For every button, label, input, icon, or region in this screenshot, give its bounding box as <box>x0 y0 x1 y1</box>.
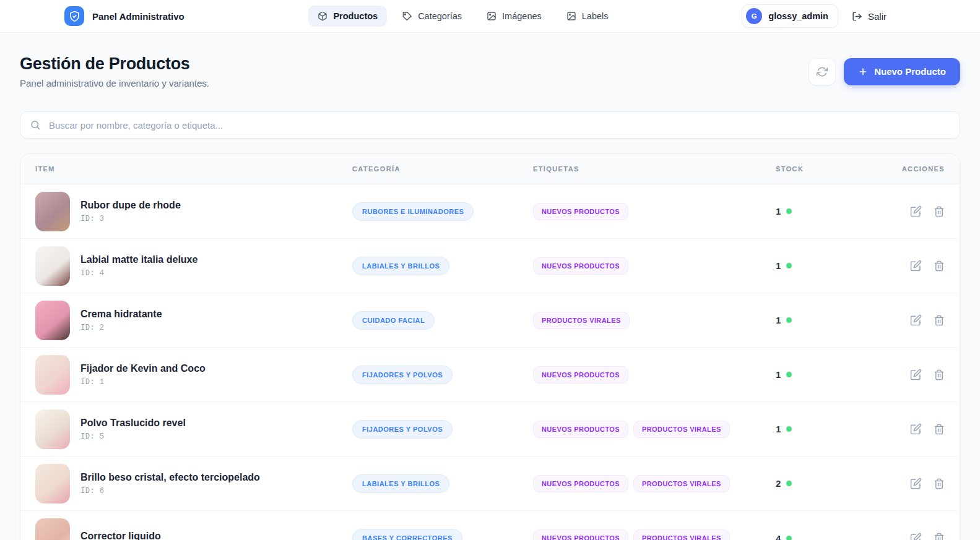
actions-cell <box>878 423 945 435</box>
brand: Panel Administrativo <box>64 6 184 26</box>
user-menu-button[interactable]: G glossy_admin <box>742 4 838 28</box>
stock-cell: 1 <box>776 315 878 325</box>
search-bar <box>20 111 960 139</box>
edit-button[interactable] <box>910 205 922 217</box>
edit-button[interactable] <box>910 314 922 326</box>
stock-value: 1 <box>776 260 781 271</box>
item-cell: Labial matte italia deluxe ID: 4 <box>35 246 352 286</box>
edit-icon <box>910 369 922 380</box>
product-id: ID: 1 <box>80 378 206 387</box>
new-product-button[interactable]: Nuevo Producto <box>844 58 960 85</box>
table-row: Crema hidratante ID: 2 CUIDADO FACIAL PR… <box>20 293 960 348</box>
trash-icon <box>934 533 945 540</box>
delete-button[interactable] <box>934 424 945 435</box>
category-badge: BASES Y CORRECTORES <box>352 529 462 540</box>
stock-value: 1 <box>776 369 781 380</box>
product-name: Corrector liquido <box>80 531 161 540</box>
logout-icon <box>852 11 862 22</box>
trash-icon <box>934 369 945 380</box>
brand-title: Panel Administrativo <box>92 11 184 22</box>
table-row: Fijador de Kevin and Coco ID: 1 FIJADORE… <box>20 348 960 402</box>
actions-cell <box>878 314 945 326</box>
table-row: Rubor dupe de rhode ID: 3 RUBORES E ILUM… <box>20 184 960 239</box>
product-name: Rubor dupe de rhode <box>80 200 181 211</box>
table-row: Corrector liquido BASES Y CORRECTORES NU… <box>20 511 960 540</box>
user-zone: G glossy_admin Salir <box>742 4 887 28</box>
product-info: Labial matte italia deluxe ID: 4 <box>80 254 197 278</box>
nav-item-labels[interactable]: Labels <box>557 6 618 27</box>
delete-button[interactable] <box>934 260 945 272</box>
image-icon <box>566 11 576 21</box>
logout-button[interactable]: Salir <box>852 11 887 22</box>
tags-icon <box>402 11 412 21</box>
category-badge: CUIDADO FACIAL <box>352 311 435 330</box>
refresh-button[interactable] <box>809 58 836 85</box>
stock-status-dot <box>786 426 792 432</box>
tag-badge: NUEVOS PRODUCTOS <box>533 366 628 384</box>
stock-value: 1 <box>776 424 781 434</box>
category-cell: LABIALES Y BRILLOS <box>352 257 533 275</box>
stock-status-dot <box>786 372 792 377</box>
product-info: Corrector liquido <box>80 531 161 540</box>
item-cell: Corrector liquido <box>35 518 352 540</box>
page-title: Gestión de Productos <box>20 54 209 74</box>
product-info: Rubor dupe de rhode ID: 3 <box>80 200 181 223</box>
delete-button[interactable] <box>934 533 945 540</box>
actions-cell <box>878 478 945 489</box>
nav-label: Categorías <box>418 11 462 21</box>
page-subtitle: Panel administrativo de inventario y var… <box>20 78 209 88</box>
delete-button[interactable] <box>934 478 945 489</box>
product-id: ID: 6 <box>80 487 260 495</box>
category-badge: FIJADORES Y POLVOS <box>352 366 453 384</box>
trash-icon <box>934 478 945 489</box>
table-row: Labial matte italia deluxe ID: 4 LABIALE… <box>20 239 960 293</box>
nav-label: Labels <box>582 11 609 21</box>
nav-item-productos[interactable]: Productos <box>308 6 387 27</box>
trash-icon <box>934 260 945 272</box>
product-thumbnail <box>35 192 70 231</box>
delete-button[interactable] <box>934 315 945 326</box>
image-icon <box>487 11 497 21</box>
edit-button[interactable] <box>910 260 922 272</box>
products-table: ITEM CATEGORÍA ETIQUETAS STOCK ACCIONES … <box>20 153 960 540</box>
search-input[interactable] <box>20 111 960 139</box>
nav-label: Productos <box>333 11 378 21</box>
table-row: Brillo beso cristal, efecto terciopelado… <box>20 456 960 511</box>
trash-icon <box>934 424 945 435</box>
nav-item-imagenes[interactable]: Imágenes <box>477 6 551 27</box>
nav-label: Imágenes <box>502 11 542 21</box>
tag-badge: NUEVOS PRODUCTOS <box>533 421 628 438</box>
category-cell: BASES Y CORRECTORES <box>352 529 533 540</box>
category-cell: FIJADORES Y POLVOS <box>352 366 533 384</box>
actions-cell <box>878 205 945 217</box>
top-header: Panel Administrativo Productos Categoría… <box>0 0 980 33</box>
stock-status-dot <box>786 263 792 268</box>
stock-cell: 4 <box>776 533 878 540</box>
category-cell: CUIDADO FACIAL <box>352 311 533 330</box>
category-cell: FIJADORES Y POLVOS <box>352 420 533 439</box>
product-id: ID: 2 <box>80 324 162 332</box>
product-id: ID: 3 <box>80 215 181 223</box>
edit-button[interactable] <box>910 533 922 540</box>
edit-button[interactable] <box>910 478 922 489</box>
delete-button[interactable] <box>934 369 945 380</box>
tags-cell: NUEVOS PRODUCTOS <box>533 203 776 220</box>
tag-badge: PRODUCTOS VIRALES <box>533 312 630 329</box>
tag-badge: NUEVOS PRODUCTOS <box>533 257 628 275</box>
table-body: Rubor dupe de rhode ID: 3 RUBORES E ILUM… <box>20 184 960 540</box>
category-badge: FIJADORES Y POLVOS <box>352 420 453 439</box>
plus-icon <box>858 67 868 77</box>
edit-button[interactable] <box>910 423 922 435</box>
stock-cell: 1 <box>776 206 878 216</box>
nav-item-categorias[interactable]: Categorías <box>393 6 471 27</box>
product-id: ID: 5 <box>80 432 186 441</box>
edit-button[interactable] <box>910 369 922 380</box>
delete-button[interactable] <box>934 206 945 217</box>
trash-icon <box>934 206 945 217</box>
product-thumbnail <box>35 409 70 449</box>
edit-icon <box>910 423 922 435</box>
product-name: Labial matte italia deluxe <box>80 254 197 265</box>
username: glossy_admin <box>768 11 828 21</box>
category-badge: LABIALES Y BRILLOS <box>352 474 449 493</box>
stock-status-dot <box>786 481 792 486</box>
